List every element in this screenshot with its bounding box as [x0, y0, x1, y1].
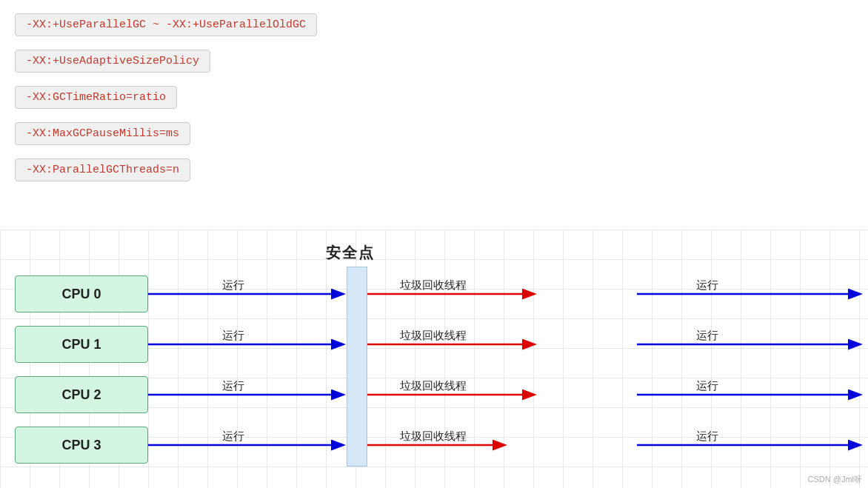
gc-label-0: 垃圾回收线程 [399, 278, 467, 291]
top-section: -XX:+UseParallelGC ~ -XX:+UseParallelOld… [0, 0, 868, 208]
run-label2-3: 运行 [696, 429, 718, 442]
run-label-0: 运行 [222, 278, 244, 291]
run-label2-2: 运行 [696, 379, 718, 392]
gc-label-2: 垃圾回收线程 [399, 379, 467, 392]
gc-label-3: 垃圾回收线程 [399, 429, 467, 442]
code-line-1: -XX:+UseAdaptiveSizePolicy [15, 50, 210, 73]
code-line-3: -XX:MaxGCPauseMillis=ms [15, 122, 190, 145]
run-label2-1: 运行 [696, 329, 718, 341]
run-label-1: 运行 [222, 329, 244, 341]
code-line-2: -XX:GCTimeRatio=ratio [15, 86, 177, 109]
watermark: CSDN @Jml呀 [808, 474, 863, 485]
gc-label-1: 垃圾回收线程 [399, 329, 467, 341]
code-line-4: -XX:ParallelGCThreads=n [15, 158, 190, 181]
diagram-area: 安全点 CPU 0 CPU 1 CPU 2 CPU 3 运行 [0, 230, 868, 488]
run-label2-0: 运行 [696, 278, 718, 291]
run-label-3: 运行 [222, 429, 244, 442]
run-label-2: 运行 [222, 379, 244, 392]
code-line-0: -XX:+UseParallelGC ~ -XX:+UseParallelOld… [15, 13, 317, 36]
diagram-svg: 运行 垃圾回收线程 运行 运行 垃圾回收线程 运行 运行 垃圾回收线程 运行 运… [0, 230, 868, 488]
